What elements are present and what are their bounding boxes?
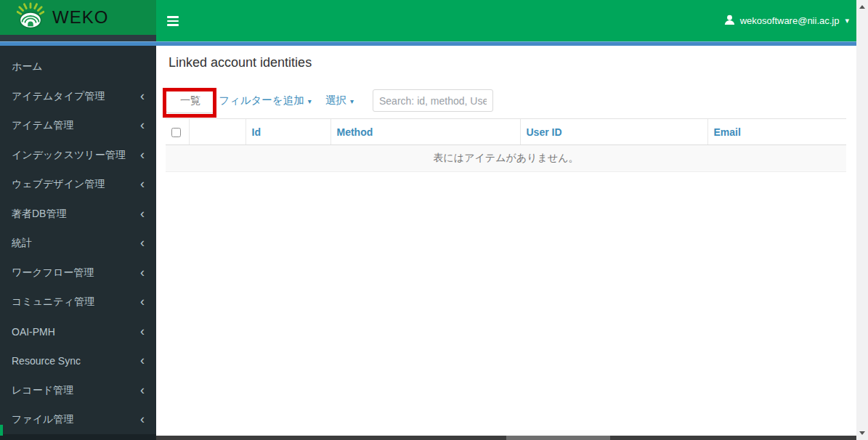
- sidebar-item-label: ファイル管理: [12, 413, 73, 426]
- user-menu[interactable]: wekosoftware@nii.ac.jp ▾: [724, 0, 849, 41]
- sidebar: ホーム アイテムタイプ管理 ‹ アイテム管理 ‹ インデックスツリー管理 ‹ ウ…: [0, 46, 156, 436]
- sidebar-item-community-mgmt[interactable]: コミュニティ管理 ‹: [0, 288, 156, 317]
- sidebar-item-file-mgmt[interactable]: ファイル管理 ‹: [0, 405, 156, 435]
- search-input[interactable]: [373, 89, 493, 112]
- header-method[interactable]: Method: [330, 119, 520, 145]
- sidebar-item-workflow-mgmt[interactable]: ワークフロー管理 ‹: [0, 258, 156, 288]
- sidebar-item-indextree-mgmt[interactable]: インデックスツリー管理 ‹: [0, 141, 156, 171]
- sidebar-item-label: ホーム: [12, 60, 43, 73]
- chevron-left-icon: ‹: [140, 412, 145, 425]
- logo-substrip: [0, 35, 156, 41]
- sidebar-item-label: アイテム管理: [12, 119, 73, 132]
- sidebar-item-resource-sync[interactable]: Resource Sync ‹: [0, 346, 156, 376]
- list-tab-button[interactable]: 一覧: [166, 88, 215, 113]
- vertical-scrollbar[interactable]: [856, 0, 868, 440]
- empty-table-row: 表にはアイテムがありません。: [166, 145, 846, 172]
- sidebar-item-label: ワークフロー管理: [12, 266, 94, 280]
- scroll-up-icon[interactable]: [859, 5, 865, 9]
- identities-table: Id Method User ID Email 表にはアイテムがありません。: [166, 118, 846, 172]
- header-checkbox-cell: [166, 119, 189, 145]
- page-title: Linked account identities: [169, 55, 312, 70]
- caret-down-icon: ▾: [350, 97, 354, 105]
- sidebar-item-label: コミュニティ管理: [12, 296, 94, 309]
- sidebar-item-label: ウェブデザイン管理: [12, 178, 105, 191]
- weko-logo[interactable]: WEKO: [0, 0, 156, 35]
- header-id[interactable]: Id: [246, 119, 330, 145]
- sidebar-toggle-icon[interactable]: [167, 16, 179, 28]
- sidebar-bottom-strip: [0, 434, 156, 440]
- sidebar-item-label: 著者DB管理: [12, 208, 66, 221]
- sidebar-item-itemtype-mgmt[interactable]: アイテムタイプ管理 ‹: [0, 82, 156, 112]
- chevron-left-icon: ‹: [140, 383, 145, 396]
- caret-down-icon: ▾: [308, 97, 312, 105]
- main-content: Linked account identities 一覧 フィルターを追加 ▾ …: [156, 46, 856, 436]
- bottom-edge-segment: [506, 436, 610, 440]
- chevron-left-icon: ‹: [140, 354, 145, 367]
- chevron-left-icon: ‹: [140, 89, 145, 102]
- sidebar-item-label: インデックスツリー管理: [12, 149, 126, 162]
- header-email[interactable]: Email: [707, 119, 846, 145]
- sidebar-item-authordb-mgmt[interactable]: 著者DB管理 ‹: [0, 200, 156, 229]
- top-navbar: wekosoftware@nii.ac.jp ▾: [156, 0, 856, 41]
- chevron-left-icon: ‹: [140, 118, 145, 131]
- user-email: wekosoftware@nii.ac.jp: [740, 15, 840, 26]
- empty-message: 表にはアイテムがありません。: [166, 145, 846, 172]
- header-actions-cell: [189, 119, 246, 145]
- sidebar-item-webdesign-mgmt[interactable]: ウェブデザイン管理 ‹: [0, 170, 156, 200]
- add-filter-label: フィルターを追加: [219, 94, 304, 107]
- sidebar-item-home[interactable]: ホーム: [0, 52, 156, 82]
- chevron-left-icon: ‹: [140, 207, 145, 220]
- sidebar-item-statistics[interactable]: 統計 ‹: [0, 229, 156, 258]
- select-dropdown[interactable]: 選択 ▾: [325, 88, 354, 113]
- sidebar-item-record-mgmt[interactable]: レコード管理 ‹: [0, 376, 156, 406]
- scroll-down-icon[interactable]: [859, 431, 865, 435]
- select-all-checkbox[interactable]: [171, 128, 181, 137]
- sidebar-item-item-mgmt[interactable]: アイテム管理 ‹: [0, 111, 156, 141]
- chevron-left-icon: ‹: [140, 325, 145, 338]
- user-icon: [724, 15, 735, 28]
- sidebar-item-oai-pmh[interactable]: OAI-PMH ‹: [0, 317, 156, 347]
- list-tab-label: 一覧: [180, 94, 200, 107]
- chevron-left-icon: ‹: [140, 266, 145, 279]
- add-filter-dropdown[interactable]: フィルターを追加 ▾: [219, 88, 312, 113]
- sidebar-item-label: レコード管理: [12, 384, 73, 397]
- weko-logo-icon: [17, 2, 44, 33]
- caret-down-icon: ▾: [845, 16, 849, 25]
- logo-title: WEKO: [52, 7, 108, 28]
- sidebar-item-label: OAI-PMH: [12, 326, 55, 338]
- chevron-left-icon: ‹: [140, 295, 145, 308]
- chevron-left-icon: ‹: [140, 177, 145, 190]
- sidebar-item-label: 統計: [12, 237, 32, 250]
- table-header-row: Id Method User ID Email: [166, 119, 846, 145]
- bottom-left-green-accent: [0, 425, 3, 436]
- sidebar-item-label: Resource Sync: [12, 355, 81, 367]
- toolbar: 一覧 フィルターを追加 ▾ 選択 ▾: [166, 88, 846, 114]
- sidebar-item-label: アイテムタイプ管理: [12, 90, 105, 103]
- header-user-id[interactable]: User ID: [520, 119, 707, 145]
- chevron-left-icon: ‹: [140, 236, 145, 249]
- chevron-left-icon: ‹: [140, 148, 145, 161]
- select-label: 選択: [325, 94, 346, 107]
